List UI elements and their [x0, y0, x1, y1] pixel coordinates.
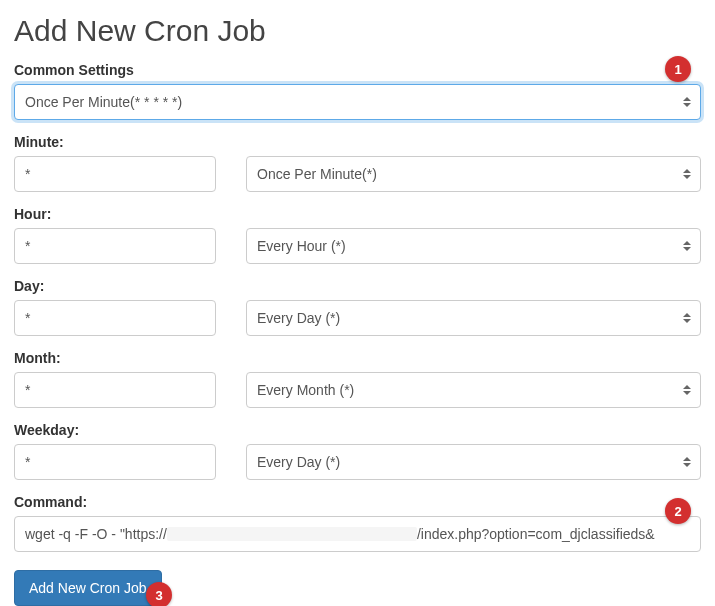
command-group: Command: wget -q -F -O - "https:// /inde…	[14, 494, 701, 552]
chevron-updown-icon	[682, 94, 692, 110]
hour-input[interactable]	[14, 228, 216, 264]
common-settings-group: Common Settings Once Per Minute(* * * * …	[14, 62, 701, 120]
minute-group: Minute: Once Per Minute(*)	[14, 134, 701, 192]
weekday-select-value: Every Day (*)	[257, 454, 340, 470]
command-label: Command:	[14, 494, 701, 510]
chevron-updown-icon	[682, 238, 692, 254]
minute-select-value: Once Per Minute(*)	[257, 166, 377, 182]
command-prefix: wget -q -F -O - "https://	[25, 526, 167, 542]
redacted-segment	[167, 527, 417, 541]
annotation-badge-1: 1	[665, 56, 691, 82]
common-settings-value: Once Per Minute(* * * * *)	[25, 94, 182, 110]
weekday-input[interactable]	[14, 444, 216, 480]
day-select-value: Every Day (*)	[257, 310, 340, 326]
month-select[interactable]: Every Month (*)	[246, 372, 701, 408]
command-input[interactable]: wget -q -F -O - "https:// /index.php?opt…	[14, 516, 701, 552]
common-settings-select[interactable]: Once Per Minute(* * * * *)	[14, 84, 701, 120]
submit-wrap: Add New Cron Job 3	[14, 566, 162, 606]
weekday-label: Weekday:	[14, 422, 701, 438]
command-suffix: /index.php?option=com_djclassifieds&	[417, 526, 655, 542]
chevron-updown-icon	[682, 454, 692, 470]
hour-label: Hour:	[14, 206, 701, 222]
weekday-group: Weekday: Every Day (*)	[14, 422, 701, 480]
chevron-updown-icon	[682, 310, 692, 326]
common-settings-label: Common Settings	[14, 62, 701, 78]
month-input[interactable]	[14, 372, 216, 408]
hour-select-value: Every Hour (*)	[257, 238, 346, 254]
month-label: Month:	[14, 350, 701, 366]
month-select-value: Every Month (*)	[257, 382, 354, 398]
day-select[interactable]: Every Day (*)	[246, 300, 701, 336]
annotation-badge-2: 2	[665, 498, 691, 524]
minute-select[interactable]: Once Per Minute(*)	[246, 156, 701, 192]
month-group: Month: Every Month (*)	[14, 350, 701, 408]
chevron-updown-icon	[682, 382, 692, 398]
minute-label: Minute:	[14, 134, 701, 150]
day-label: Day:	[14, 278, 701, 294]
day-input[interactable]	[14, 300, 216, 336]
hour-select[interactable]: Every Hour (*)	[246, 228, 701, 264]
chevron-updown-icon	[682, 166, 692, 182]
add-cron-panel: Add New Cron Job Common Settings Once Pe…	[0, 0, 715, 606]
day-group: Day: Every Day (*)	[14, 278, 701, 336]
minute-input[interactable]	[14, 156, 216, 192]
annotation-badge-3: 3	[146, 582, 172, 606]
page-title: Add New Cron Job	[14, 14, 701, 48]
weekday-select[interactable]: Every Day (*)	[246, 444, 701, 480]
hour-group: Hour: Every Hour (*)	[14, 206, 701, 264]
add-cron-button[interactable]: Add New Cron Job	[14, 570, 162, 606]
